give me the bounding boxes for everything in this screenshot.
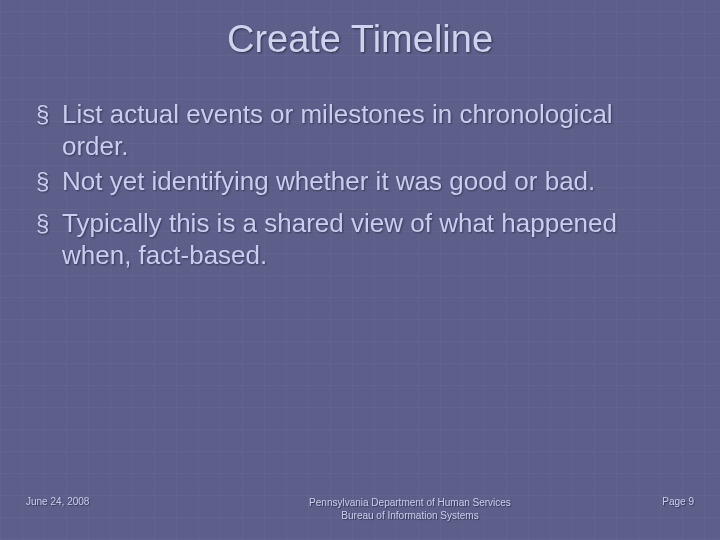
slide-footer: June 24, 2008 Pennsylvania Department of… xyxy=(0,496,720,522)
slide-body: List actual events or milestones in chro… xyxy=(0,61,720,272)
list-item: List actual events or milestones in chro… xyxy=(36,99,686,162)
footer-org-line2: Bureau of Information Systems xyxy=(341,510,478,521)
list-item: Typically this is a shared view of what … xyxy=(36,208,686,271)
slide-title: Create Timeline xyxy=(0,0,720,61)
footer-org: Pennsylvania Department of Human Service… xyxy=(206,496,614,522)
bullet-list: List actual events or milestones in chro… xyxy=(36,99,686,272)
footer-page: Page 9 xyxy=(614,496,694,507)
footer-date: June 24, 2008 xyxy=(26,496,206,507)
list-item: Not yet identifying whether it was good … xyxy=(36,166,686,198)
footer-org-line1: Pennsylvania Department of Human Service… xyxy=(309,497,511,508)
